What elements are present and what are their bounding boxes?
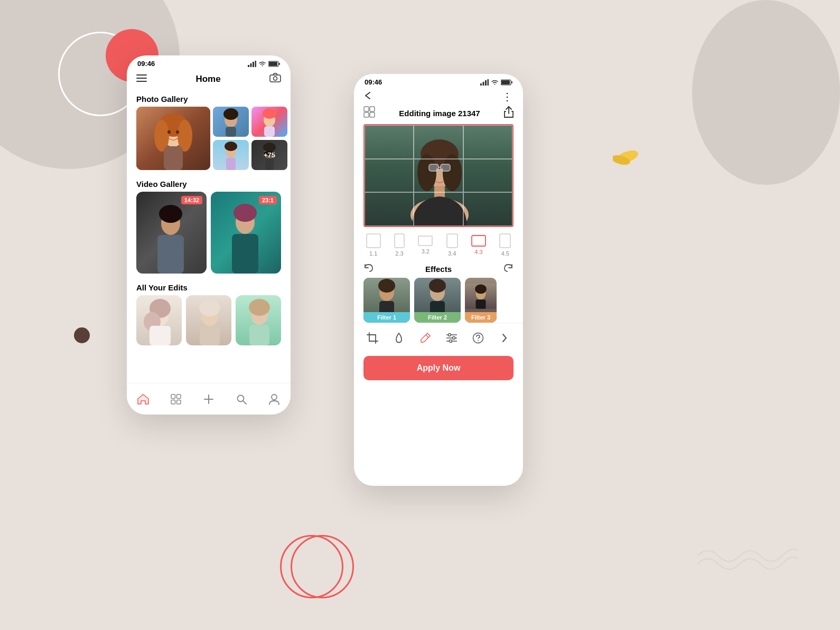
right-status-icons <box>480 79 512 86</box>
svg-rect-60 <box>480 83 482 86</box>
share-button[interactable] <box>504 106 514 120</box>
bg-dark-circle-left <box>74 327 90 343</box>
filter-2[interactable]: Filter 2 <box>414 278 461 323</box>
aspect-4-5-label: 4.5 <box>501 250 509 257</box>
photo-gallery-grid: +75 <box>127 107 291 170</box>
svg-point-89 <box>378 279 395 293</box>
svg-rect-54 <box>177 400 181 404</box>
video-gallery-title: Video Gallery <box>127 175 291 192</box>
svg-rect-21 <box>164 146 183 170</box>
svg-rect-12 <box>270 75 281 82</box>
svg-rect-70 <box>370 112 375 117</box>
effects-title: Effects <box>425 265 452 274</box>
svg-rect-44 <box>150 326 171 345</box>
grid-cell <box>463 125 512 159</box>
aspect-4-3[interactable]: 4.3 <box>471 235 486 255</box>
adjust-tool[interactable] <box>442 328 461 347</box>
svg-point-19 <box>167 130 171 134</box>
photo-sm-jump[interactable] <box>213 140 249 170</box>
drop-tool[interactable] <box>389 328 408 347</box>
svg-rect-61 <box>483 82 484 86</box>
nav-grid[interactable] <box>165 389 186 410</box>
nav-search[interactable] <box>231 389 252 410</box>
help-tool[interactable] <box>469 328 488 347</box>
grid-overlay <box>365 125 512 226</box>
photo-sm-braids[interactable] <box>213 107 249 137</box>
image-editor[interactable] <box>363 124 514 227</box>
search-icon <box>236 394 247 405</box>
edit-thumb-1[interactable] <box>136 295 182 345</box>
more-tools[interactable] <box>495 328 514 347</box>
filter-1[interactable]: Filter 1 <box>363 278 410 323</box>
back-button[interactable] <box>363 91 374 102</box>
brush-icon <box>419 332 431 344</box>
left-status-bar: 09:46 <box>127 55 291 70</box>
aspect-2-3-label: 2.3 <box>395 250 403 257</box>
right-wifi-icon <box>491 79 499 85</box>
menu-icon[interactable] <box>136 73 147 84</box>
grid-cell <box>365 159 414 193</box>
right-signal-icon <box>480 79 489 86</box>
svg-rect-27 <box>264 126 275 137</box>
nav-profile[interactable] <box>264 389 285 410</box>
aspect-1-1-icon <box>366 233 381 248</box>
svg-rect-24 <box>226 127 236 137</box>
undo-icon <box>363 263 374 272</box>
aspect-4-5[interactable]: 4.5 <box>499 233 511 257</box>
effects-strip: Filter 1 Filter 2 <box>354 278 523 323</box>
bottom-toolbar <box>354 323 523 352</box>
nav-add[interactable] <box>198 389 219 410</box>
svg-point-29 <box>225 142 237 151</box>
left-status-icons <box>248 61 280 67</box>
svg-point-107 <box>478 340 479 341</box>
video-gallery-grid: 14:32 23:1 <box>127 192 291 274</box>
photo-sm-rainbow[interactable] <box>251 107 287 137</box>
more-menu-button[interactable]: ⋮ <box>502 90 514 103</box>
video-thumb-2[interactable]: 23:1 <box>211 192 281 274</box>
edit-thumb-3[interactable] <box>236 295 281 345</box>
deco-yellow <box>613 145 642 171</box>
svg-rect-52 <box>177 394 181 399</box>
hamburger-icon <box>136 74 147 82</box>
svg-rect-85 <box>472 236 486 246</box>
aspect-3-2-icon <box>418 236 433 246</box>
drop-icon <box>394 332 404 344</box>
svg-rect-63 <box>488 79 489 86</box>
aspect-ratio-bar: 1.1 2.3 3.2 3.4 4.3 <box>354 227 523 259</box>
edit-thumb-2[interactable] <box>186 295 231 345</box>
filter-3[interactable]: Filter 3 <box>465 278 497 323</box>
camera-icon[interactable] <box>269 73 281 85</box>
chevron-right-icon <box>501 332 508 344</box>
svg-rect-84 <box>447 234 458 248</box>
svg-rect-8 <box>279 63 280 65</box>
redo-button[interactable] <box>503 263 514 275</box>
photo-large-1[interactable] <box>136 107 210 170</box>
aspect-3-2[interactable]: 3.2 <box>418 236 433 255</box>
grid-icon <box>171 394 181 405</box>
photo-sm-sunglass[interactable]: +75 <box>251 140 287 170</box>
apply-now-button[interactable]: Apply Now <box>363 356 514 380</box>
filter-1-label: Filter 1 <box>363 312 410 323</box>
left-time: 09:46 <box>137 60 155 68</box>
camera-svg <box>269 73 281 82</box>
aspect-4-5-icon <box>499 233 511 248</box>
aspect-2-3[interactable]: 2.3 <box>394 233 405 257</box>
svg-rect-81 <box>367 234 380 248</box>
effects-header: Effects <box>354 259 523 278</box>
editing-header: Edditing image 21347 <box>354 103 523 124</box>
bottom-nav <box>127 383 291 415</box>
svg-point-49 <box>249 299 270 316</box>
undo-button[interactable] <box>363 263 374 275</box>
filter-3-label: Filter 3 <box>465 312 497 323</box>
svg-point-97 <box>475 285 487 294</box>
share-icon <box>504 106 514 118</box>
crop-tool[interactable] <box>363 328 382 347</box>
aspect-3-4[interactable]: 3.4 <box>446 233 458 257</box>
brush-tool[interactable] <box>416 328 435 347</box>
nav-home[interactable] <box>133 389 154 410</box>
video-thumb-1[interactable]: 14:32 <box>136 192 207 274</box>
battery-icon <box>268 61 280 67</box>
aspect-1-1[interactable]: 1.1 <box>366 233 381 257</box>
back-icon <box>363 91 374 100</box>
grid-view-icon[interactable] <box>363 106 375 120</box>
